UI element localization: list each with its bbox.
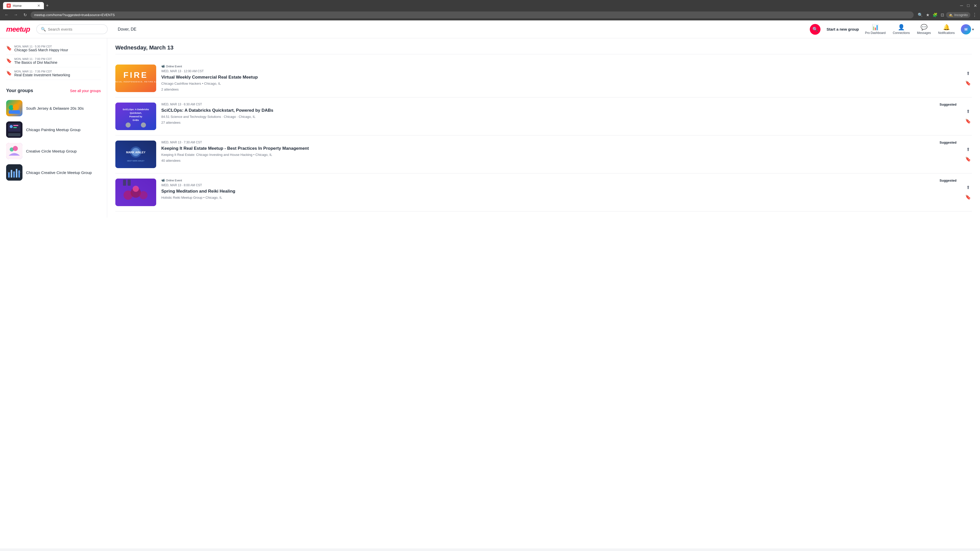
notifications-icon: 🔔	[943, 24, 950, 30]
see-all-groups-link[interactable]: See all your groups	[70, 89, 101, 93]
groups-section-title: Your groups	[6, 88, 33, 94]
search-extension-icon[interactable]: 🔍	[918, 13, 923, 17]
tab-close-button[interactable]: ✕	[37, 3, 40, 8]
event-datetime: WED, MAR 13 · 6:30 AM CST	[161, 103, 959, 106]
search-input[interactable]	[48, 27, 99, 32]
svg-text:Quickstart,: Quickstart,	[130, 112, 142, 114]
minimize-button[interactable]: ─	[960, 3, 963, 8]
event-image-meditation	[115, 179, 156, 206]
event-title: SciCLOps: A Databricks Quickstart, Power…	[161, 108, 959, 113]
tab-bar: M Home ✕ + ─ □ ✕	[0, 0, 980, 9]
svg-rect-44	[127, 179, 130, 186]
svg-point-11	[13, 146, 18, 151]
notifications-label: Notifications	[938, 31, 955, 35]
search-bar[interactable]: 🔍	[36, 24, 108, 34]
group-item[interactable]: Chicago Painting Meetup Group	[6, 119, 101, 140]
meetup-logo[interactable]: meetup	[6, 25, 30, 33]
svg-point-29	[126, 122, 130, 127]
event-actions: ⬆ 🔖	[964, 179, 972, 206]
event-attendees: 2 attendees	[161, 87, 959, 91]
sidebar: 🔖 MON, MAR 11 · 5:30 PM CDT Chicago SaaS…	[0, 38, 107, 218]
tab-controls: ─ □ ✕	[960, 3, 977, 8]
browser-menu-button[interactable]: ⋮	[972, 12, 977, 17]
tab-favicon: M	[6, 3, 11, 8]
event-image-realestate: MARK AINLEY MEET MARK AINLEY	[115, 141, 156, 168]
event-card-virtual-real-estate[interactable]: FIRE FINANCIAL INDEPENDENCE, RETIRE EARL…	[115, 59, 972, 97]
close-button[interactable]: ✕	[974, 3, 977, 8]
user-avatar-container[interactable]: M ▾	[961, 24, 974, 35]
event-card-sciclops[interactable]: SciCLOps: A Databricks Quickstart, Power…	[115, 97, 972, 135]
start-group-button[interactable]: Start a new group	[827, 27, 859, 32]
share-button[interactable]: ⬆	[965, 70, 971, 77]
saved-event-info: MON, MAR 11 · 7:00 PM CDT The Basics of …	[14, 57, 57, 65]
location-display[interactable]: Dover, DE	[118, 27, 137, 32]
group-item[interactable]: South Jersey & Delaware 20s 30s	[6, 97, 101, 119]
address-text: meetup.com/home/?suggested=true&source=E…	[34, 13, 115, 17]
group-avatar-south-jersey	[6, 100, 22, 116]
nav-item-messages[interactable]: 💬 Messages	[917, 24, 931, 35]
address-bar[interactable]: meetup.com/home/?suggested=true&source=E…	[30, 11, 914, 18]
back-button[interactable]: ←	[3, 11, 10, 18]
groups-section: Your groups See all your groups South Je…	[0, 84, 107, 187]
saved-event-item[interactable]: 🔖 MON, MAR 11 · 7:35 PM CDT Real Estate …	[6, 67, 101, 80]
saved-event-title: Real Estate Investment Networking	[14, 73, 70, 77]
bookmark-icon: 🔖	[6, 58, 12, 64]
svg-rect-6	[13, 125, 18, 126]
svg-point-30	[141, 122, 146, 127]
messages-label: Messages	[917, 31, 931, 35]
bookmark-button[interactable]: 🔖	[964, 193, 972, 201]
saved-event-title: The Basics of Divi Machine	[14, 60, 57, 65]
video-icon: 📹	[161, 65, 165, 68]
bookmark-extension-icon[interactable]: ★	[926, 13, 929, 17]
event-info: WED, MAR 13 · 7:30 AM CST Keeping It Rea…	[161, 141, 959, 168]
browser-nav-icons: 🔍 ★ 🧩 ⊡	[918, 13, 944, 17]
video-icon: 📹	[161, 179, 165, 182]
event-title: Spring Meditation and Reiki Healing	[161, 189, 959, 194]
event-title: Virtual Weekly Commercial Real Estate Me…	[161, 75, 959, 80]
pro-dashboard-label: Pro Dashboard	[865, 31, 886, 35]
connections-label: Connections	[893, 31, 910, 35]
svg-point-5	[10, 125, 13, 128]
nav-item-connections[interactable]: 👤 Connections	[893, 24, 910, 35]
group-name-creative-circle: Creative Circle Meetup Group	[26, 149, 76, 153]
forward-button[interactable]: →	[12, 11, 19, 18]
refresh-button[interactable]: ↻	[21, 11, 29, 18]
suggested-badge: Suggested	[940, 141, 956, 144]
svg-rect-7	[13, 127, 17, 128]
bookmark-button[interactable]: 🔖	[964, 156, 972, 163]
group-item[interactable]: Creative Circle Meetup Group	[6, 140, 101, 162]
share-button[interactable]: ⬆	[965, 108, 971, 115]
search-icon: 🔍	[41, 27, 46, 32]
event-title: Keeping It Real Estate Meetup - Best Pra…	[161, 146, 959, 151]
bookmark-icon: 🔖	[6, 45, 12, 51]
new-tab-button[interactable]: +	[46, 3, 49, 8]
saved-event-item[interactable]: 🔖 MON, MAR 11 · 7:00 PM CDT The Basics o…	[6, 55, 101, 67]
search-submit-button[interactable]: 🔍	[810, 24, 821, 35]
saved-event-item[interactable]: 🔖 MON, MAR 11 · 5:30 PM CDT Chicago SaaS…	[6, 42, 101, 55]
bookmark-button[interactable]: 🔖	[964, 79, 972, 87]
incognito-indicator: 🕵 Incognito	[946, 12, 970, 18]
event-actions: ⬆ 🔖	[964, 141, 972, 168]
svg-text:Powered by: Powered by	[129, 115, 142, 118]
bookmark-button[interactable]: 🔖	[964, 118, 972, 125]
profile-extension-icon[interactable]: ⊡	[941, 13, 944, 17]
svg-text:FIRE: FIRE	[124, 70, 148, 79]
group-name-south-jersey: South Jersey & Delaware 20s 30s	[26, 106, 84, 110]
active-tab[interactable]: M Home ✕	[3, 2, 44, 9]
extensions-icon[interactable]: 🧩	[932, 13, 938, 17]
nav-item-notifications[interactable]: 🔔 Notifications	[938, 24, 955, 35]
chevron-down-icon: ▾	[972, 27, 974, 32]
share-button[interactable]: ⬆	[965, 184, 971, 191]
share-button[interactable]: ⬆	[965, 146, 971, 153]
event-card-realestate[interactable]: MARK AINLEY MEET MARK AINLEY WED, MAR 13…	[115, 135, 972, 173]
groups-header: Your groups See all your groups	[6, 88, 101, 94]
event-card-meditation[interactable]: 📹 Online Event WED, MAR 13 · 8:00 AM CST…	[115, 173, 972, 211]
nav-item-pro-dashboard[interactable]: 📊 Pro Dashboard	[865, 24, 886, 35]
maximize-button[interactable]: □	[967, 3, 969, 8]
group-item[interactable]: Chicago Creative Circle Meetup Group	[6, 162, 101, 183]
svg-rect-13	[8, 172, 10, 178]
event-attendees: 40 attendees	[161, 159, 959, 162]
online-event-badge: 📹 Online Event	[161, 179, 959, 182]
event-organizer: Chicago Cashflow Hackers • Chicago, IL	[161, 82, 959, 86]
incognito-label: Incognito	[954, 13, 968, 17]
